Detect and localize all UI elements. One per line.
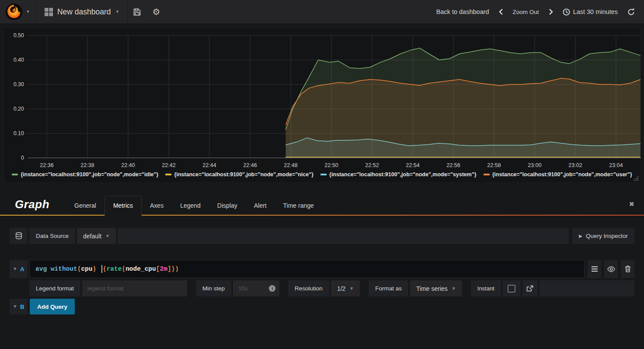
- svg-text:22:54: 22:54: [406, 162, 419, 168]
- dashboard-grid-icon: [45, 8, 53, 16]
- time-shift-back-button[interactable]: [494, 0, 508, 24]
- chevron-down-icon: ▼: [349, 286, 354, 291]
- svg-text:22:42: 22:42: [162, 162, 175, 168]
- panel-editor: Graph GeneralMetricsAxesLegendDisplayAle…: [0, 196, 644, 314]
- delete-query-button[interactable]: [621, 260, 634, 278]
- query-token-paren: (: [122, 265, 125, 272]
- row-filler: [118, 228, 569, 244]
- chevron-down-icon: ▼: [13, 304, 17, 309]
- svg-text:22:38: 22:38: [80, 162, 94, 168]
- legend-series-name: {instance="localhost:9100",job="node",mo…: [492, 171, 632, 178]
- resolution-select[interactable]: 1/2 ▼: [331, 280, 360, 297]
- tab-axes[interactable]: Axes: [142, 196, 172, 216]
- min-step-placeholder: 15s: [238, 285, 248, 292]
- svg-text:0.20: 0.20: [14, 106, 24, 112]
- datasource-select[interactable]: default ▼: [77, 228, 116, 244]
- panel-resize-handle[interactable]: [634, 176, 639, 181]
- legend-item[interactable]: {instance="localhost:9100",job="node",mo…: [12, 171, 158, 178]
- dashboard-picker[interactable]: New dashboard ▼: [37, 0, 127, 24]
- collapse-query-a-button[interactable]: ▼ A: [10, 260, 28, 278]
- svg-text:22:56: 22:56: [446, 162, 460, 168]
- query-token-keyword: avg without: [35, 265, 77, 272]
- min-step-label: Min step: [196, 280, 231, 297]
- add-query-button[interactable]: Add Query: [30, 299, 75, 314]
- svg-text:0.50: 0.50: [14, 33, 24, 38]
- legend-item[interactable]: {instance="localhost:9100",job="node",mo…: [165, 171, 313, 178]
- info-icon: i: [269, 285, 275, 292]
- settings-button[interactable]: ⚙: [146, 0, 166, 24]
- instant-label: Instant: [471, 280, 501, 297]
- time-range-label: Last 30 minutes: [573, 8, 618, 15]
- collapse-query-b-button[interactable]: ▼ B: [10, 299, 28, 314]
- zoom-out-button[interactable]: Zoom Out: [508, 0, 544, 24]
- spacer: [464, 280, 469, 297]
- close-editor-button[interactable]: ✖: [629, 200, 644, 212]
- tab-metrics[interactable]: Metrics: [104, 196, 142, 216]
- query-menu-button[interactable]: [588, 260, 601, 278]
- save-dashboard-button[interactable]: [128, 0, 146, 24]
- resolution-label: Resolution: [288, 280, 329, 297]
- chevron-down-icon: ▼: [115, 10, 119, 14]
- query-ref-letter: A: [20, 266, 24, 272]
- query-token-paren: )): [171, 265, 179, 272]
- datasource-label: Data Source: [29, 228, 75, 244]
- legend-series-color: [320, 174, 327, 175]
- legend-series-name: {instance="localhost:9100",job="node",mo…: [21, 171, 158, 178]
- legend-item[interactable]: {instance="localhost:9100",job="node",mo…: [484, 171, 632, 178]
- instant-checkbox[interactable]: [508, 285, 515, 293]
- tab-time-range[interactable]: Time range: [275, 196, 322, 216]
- spacer: [281, 280, 286, 297]
- query-token-paren: ]: [167, 265, 171, 272]
- svg-text:22:58: 22:58: [487, 162, 501, 168]
- legend-series-color: [165, 174, 171, 175]
- svg-text:22:44: 22:44: [202, 162, 216, 168]
- chevron-down-icon: ▼: [452, 286, 456, 291]
- format-as-value: Time series: [416, 285, 448, 292]
- tab-alert[interactable]: Alert: [246, 196, 275, 216]
- svg-text:22:52: 22:52: [365, 162, 379, 168]
- time-range-picker[interactable]: Last 30 minutes: [558, 0, 623, 24]
- datasource-row: Data Source default ▼ ▶ Query Inspector: [10, 228, 634, 244]
- resolution-value: 1/2: [337, 285, 345, 292]
- clock-icon: [563, 8, 570, 16]
- refresh-button[interactable]: [623, 0, 640, 24]
- legend-format-input[interactable]: legend format: [82, 280, 187, 297]
- row-filler: [540, 280, 634, 297]
- chevron-down-icon: ▼: [26, 10, 30, 14]
- svg-text:22:48: 22:48: [284, 162, 297, 168]
- tab-legend[interactable]: Legend: [172, 196, 209, 216]
- time-shift-forward-button[interactable]: [544, 0, 558, 24]
- svg-text:22:40: 22:40: [121, 162, 135, 168]
- query-row-b: ▼ B Add Query: [10, 299, 634, 314]
- legend-item[interactable]: {instance="localhost:9100",job="node",mo…: [320, 171, 477, 178]
- back-to-dashboard-button[interactable]: Back to dashboard: [432, 0, 494, 24]
- svg-text:0: 0: [21, 155, 24, 161]
- legend-series-color: [484, 174, 490, 175]
- promql-query-input[interactable]: avg without(cpu) (rate(node_cpu[2m])): [29, 260, 585, 278]
- format-as-select[interactable]: Time series ▼: [410, 280, 462, 297]
- toggle-query-visibility-button[interactable]: [604, 260, 618, 278]
- chevron-down-icon: ▼: [13, 267, 17, 271]
- share-query-button[interactable]: [522, 280, 538, 297]
- query-token-paren: (: [77, 265, 81, 272]
- header-underline: [0, 215, 644, 216]
- menu-icon: [592, 266, 598, 272]
- spacer: [189, 280, 194, 297]
- text-cursor: [101, 265, 102, 273]
- database-icon: [15, 232, 22, 240]
- legend-format-label: Legend format: [29, 280, 80, 297]
- tab-display[interactable]: Display: [209, 196, 246, 216]
- chevron-left-icon: [499, 8, 503, 15]
- datasource-icon-box: [10, 228, 28, 244]
- legend-series-color: [12, 174, 18, 175]
- caret-right-icon: ▶: [579, 234, 582, 238]
- spacer: [362, 280, 367, 297]
- min-step-input[interactable]: 15s i: [233, 280, 279, 297]
- refresh-icon: [627, 8, 635, 16]
- tab-general[interactable]: General: [66, 196, 104, 216]
- chevron-right-icon: [549, 8, 553, 15]
- svg-text:0.30: 0.30: [14, 81, 24, 87]
- grafana-logo-menu[interactable]: ▼: [0, 0, 36, 24]
- query-inspector-button[interactable]: ▶ Query Inspector: [572, 228, 634, 244]
- cpu-usage-chart[interactable]: 0.500.400.300.200.10022:3622:3822:4022:4…: [4, 33, 641, 171]
